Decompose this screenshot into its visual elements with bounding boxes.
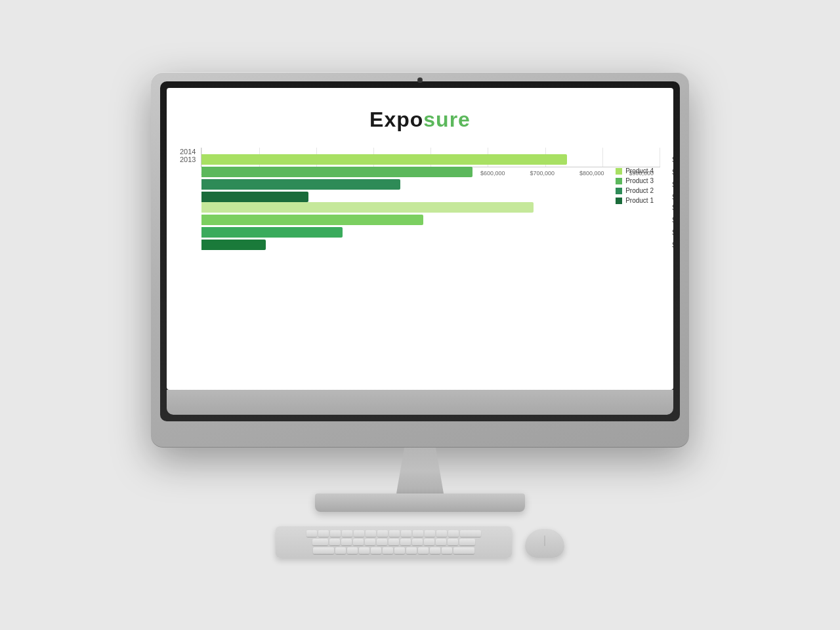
- key: [354, 530, 364, 537]
- scene: Exposure 2014 2013: [151, 72, 689, 558]
- bar-label-2014-p1: $245,687: [672, 194, 673, 201]
- key: [453, 547, 474, 554]
- stand-neck: [381, 448, 459, 494]
- key: [318, 530, 329, 537]
- bar-label-2014-p2: $458,154: [672, 181, 673, 188]
- monitor: Exposure 2014 2013: [151, 72, 689, 448]
- bar-row-2013-p1: $148,678: [201, 240, 660, 250]
- key: [448, 539, 458, 545]
- bar-group-2014: $844,200 $625,456 $458,154: [201, 154, 660, 202]
- y-axis-labels: 2014 2013: [180, 148, 201, 177]
- key: [313, 547, 334, 554]
- key: [424, 539, 434, 545]
- key: [394, 547, 405, 554]
- bar-label-2014-p3: $625,456: [672, 169, 673, 176]
- bar-row-2014-p3: $625,456: [201, 167, 660, 177]
- legend-color-p1: [616, 198, 622, 204]
- legend-color-p4: [616, 168, 622, 175]
- legend-label-p3: Product 3: [625, 177, 654, 184]
- monitor-bezel: Exposure 2014 2013: [160, 81, 680, 421]
- key: [342, 530, 352, 537]
- key: [418, 547, 429, 554]
- legend-item-p4: Product 4: [616, 167, 654, 175]
- legend-label-p1: Product 1: [625, 197, 654, 204]
- title-black: Expo: [369, 108, 423, 131]
- legend-item-p3: Product 3: [616, 177, 654, 184]
- mouse: [525, 529, 564, 558]
- bars-and-x: $844,200 $625,456 $458,154: [201, 148, 660, 177]
- key-row-3: [313, 547, 474, 554]
- legend-color-p3: [616, 178, 622, 184]
- bar-label-2013-p2: $324,512: [672, 229, 673, 236]
- key: [383, 547, 393, 554]
- key-row-1: [306, 530, 481, 537]
- key: [430, 547, 440, 554]
- legend-label-p2: Product 2: [625, 187, 654, 194]
- key: [353, 539, 364, 545]
- key: [460, 530, 481, 537]
- bar-row-2013-p4: $767,000: [201, 202, 660, 213]
- bar-2014-product4: [201, 154, 567, 165]
- title-green: sure: [423, 108, 471, 131]
- key: [312, 539, 328, 545]
- bar-row-2014-p1: $245,687: [201, 192, 660, 202]
- legend-item-p2: Product 2: [616, 187, 654, 194]
- chart-title: Exposure: [369, 108, 471, 132]
- screen: Exposure 2014 2013: [167, 88, 673, 390]
- key: [389, 530, 400, 537]
- bar-2014-product3: [201, 167, 472, 177]
- bar-2013-product1: [201, 240, 266, 250]
- bar-2013-product2: [201, 227, 342, 238]
- key: [377, 530, 388, 537]
- key: [306, 530, 317, 537]
- key: [425, 530, 435, 537]
- bar-label-2014-p4: $844,200: [672, 156, 673, 163]
- bar-label-2013-p4: $767,000: [672, 204, 673, 211]
- key: [366, 530, 376, 537]
- key: [436, 539, 446, 545]
- key: [347, 547, 358, 554]
- y-label-2013: 2013: [180, 156, 196, 163]
- peripherals: [276, 512, 564, 558]
- chart-content: 2014 2013: [180, 148, 660, 177]
- bar-2013-product3: [201, 215, 423, 225]
- bar-row-2013-p2: $324,512: [201, 227, 660, 238]
- key: [359, 547, 369, 554]
- bar-label-2013-p3: $512,500: [672, 217, 673, 224]
- bar-2013-product4: [201, 202, 534, 213]
- chart-area: 2014 2013: [180, 148, 660, 177]
- key: [459, 539, 475, 545]
- key: [329, 539, 340, 545]
- key: [412, 539, 423, 545]
- stand-base: [315, 494, 525, 512]
- bar-row-2014-p4: $844,200: [201, 154, 660, 165]
- key: [413, 530, 423, 537]
- bar-row-2013-p3: $512,500: [201, 215, 660, 225]
- key-row-2: [312, 539, 475, 545]
- legend-color-p2: [616, 188, 622, 194]
- bars-section: $844,200 $625,456 $458,154: [201, 148, 660, 167]
- monitor-bottom-bar: [167, 390, 673, 415]
- key: [330, 530, 341, 537]
- key: [388, 539, 399, 545]
- y-label-2014: 2014: [180, 148, 196, 156]
- key: [401, 530, 411, 537]
- key: [365, 539, 375, 545]
- camera: [417, 77, 423, 83]
- bar-group-2013: $767,000 $512,500 $324,512: [201, 202, 660, 250]
- bar-2014-product1: [201, 192, 308, 202]
- key: [335, 547, 346, 554]
- key: [341, 539, 352, 545]
- bar-groups: $844,200 $625,456 $458,154: [201, 148, 660, 167]
- keyboard: [276, 526, 512, 558]
- key: [442, 547, 452, 554]
- legend: Product 4 Product 3 Product 2: [616, 167, 654, 204]
- legend-label-p4: Product 4: [625, 167, 654, 175]
- mouse-divider: [545, 536, 545, 546]
- key: [371, 547, 381, 554]
- key: [377, 539, 387, 545]
- bar-row-2014-p2: $458,154: [201, 179, 660, 190]
- legend-item-p1: Product 1: [616, 197, 654, 204]
- bar-2014-product2: [201, 179, 400, 190]
- key: [400, 539, 411, 545]
